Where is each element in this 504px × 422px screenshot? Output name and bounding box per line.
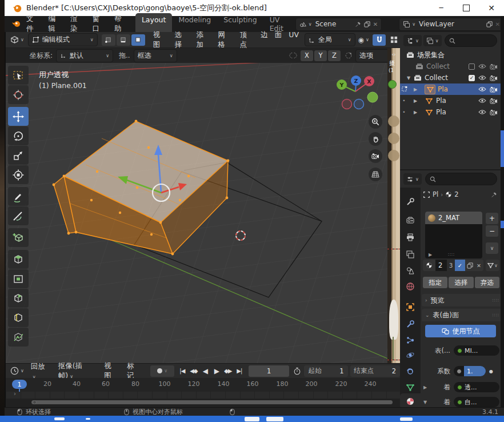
strip-zoom-icon[interactable] <box>388 116 399 127</box>
tool-annotate[interactable] <box>8 187 29 206</box>
menu-playback[interactable]: 回放∨ <box>26 362 54 380</box>
blender-menu-icon[interactable] <box>11 20 22 28</box>
stopwatch-icon[interactable] <box>293 367 301 375</box>
current-frame-field[interactable]: 1 <box>249 365 290 377</box>
tab-scene[interactable] <box>400 263 421 278</box>
maximize-button[interactable] <box>454 0 479 16</box>
jump-start-button[interactable]: |◀ <box>177 365 188 377</box>
menu-uv[interactable]: UV <box>285 30 302 50</box>
ortho-toggle-button[interactable] <box>369 168 382 181</box>
outliner-row-collection-1[interactable]: Collect <box>400 61 501 72</box>
select-mode-vertex[interactable] <box>102 34 115 46</box>
play-button[interactable]: ▶ <box>211 365 222 377</box>
timeline-editor-type[interactable]: ∨ <box>10 367 24 375</box>
pin-icon[interactable] <box>355 21 361 27</box>
use-nodes-button[interactable]: 使用节点 <box>425 325 496 337</box>
unlink-scene-icon[interactable]: ✕ <box>373 21 378 27</box>
unlink-material-button[interactable]: ✕ <box>474 260 483 271</box>
tab-modifiers[interactable] <box>400 317 421 332</box>
material-name-field[interactable]: 2 <box>435 260 447 271</box>
hide-eye-icon[interactable] <box>478 86 486 92</box>
mirror-x-button[interactable]: X <box>301 50 313 61</box>
panel-grip[interactable]: ∷∷ <box>493 313 499 318</box>
timeline-ruler[interactable]: 20 40 60 80 100 120 140 160 180 200 220 … <box>6 378 400 392</box>
new-viewlayer-icon[interactable] <box>486 21 493 27</box>
panel-grip[interactable]: ∷∷ <box>493 298 499 303</box>
material-specials-button[interactable]: ∨ <box>486 260 499 271</box>
frame-start-field[interactable]: 起始 1 <box>304 365 347 377</box>
hide-eye-icon[interactable] <box>478 75 486 81</box>
select-button[interactable]: 选择 <box>449 277 473 288</box>
render-camera-icon[interactable] <box>490 75 498 81</box>
outliner-row-object-2[interactable]: • ▶ Pla <box>400 95 501 106</box>
frame-end-field[interactable]: 结束点 2 <box>350 365 400 377</box>
viewlayer-selector[interactable]: ∨ ViewLayer ✕ <box>399 18 504 31</box>
select-mode-edge[interactable] <box>117 34 130 46</box>
outliner-filter[interactable]: ∨ <box>423 35 442 46</box>
editor-type-button[interactable]: ∨ <box>10 35 24 44</box>
tool-loop-cut[interactable] <box>8 308 29 327</box>
tab-view-layer[interactable] <box>400 247 421 262</box>
expand-arrow-icon[interactable]: ▶ <box>408 110 420 115</box>
hide-eye-icon[interactable] <box>478 98 486 103</box>
close-button[interactable]: ✕ <box>479 0 504 16</box>
snap-with-dropdown[interactable] <box>387 36 400 43</box>
tab-world[interactable] <box>400 279 421 294</box>
menu-render[interactable]: 渲染 <box>66 14 88 34</box>
shader1-socket[interactable]: 透... <box>454 382 499 392</box>
tool-scale[interactable] <box>8 146 29 165</box>
channel-expand-arrow[interactable]: › <box>14 391 16 397</box>
menu-vertex[interactable]: 顶点 <box>235 30 257 50</box>
new-scene-icon[interactable] <box>364 21 370 27</box>
auto-key-button[interactable]: ∨ <box>150 365 174 377</box>
viewport-3d[interactable]: Z X Y 用户透视 (1) Plane.001 <box>6 63 387 363</box>
outliner-row-collection-2[interactable]: ▼ Collect ✓ <box>400 72 501 83</box>
menu-view[interactable]: 视图 <box>149 30 171 50</box>
menu-window[interactable]: 窗口 <box>88 14 110 34</box>
tool-measure[interactable] <box>8 206 29 225</box>
minimize-button[interactable]: ─ <box>429 0 454 16</box>
tool-rotate[interactable] <box>8 126 29 145</box>
factor-slider[interactable]: 1. <box>454 366 486 376</box>
zoom-button[interactable] <box>369 115 382 129</box>
playhead-marker[interactable]: 1 <box>12 380 27 389</box>
tab-render[interactable] <box>400 213 421 228</box>
menu-select[interactable]: 选择 <box>171 30 193 50</box>
axis-gizmo[interactable]: Z X Y <box>337 75 378 109</box>
tool-knife[interactable] <box>8 328 29 347</box>
collapse-arrow-icon[interactable]: ▼ <box>422 400 429 405</box>
tool-move[interactable] <box>8 107 29 126</box>
outliner-row-scene-collection[interactable]: 场景集合 <box>400 49 501 61</box>
tool-cursor[interactable] <box>8 85 29 104</box>
timeline-hscrollbar[interactable] <box>31 400 393 404</box>
tab-object[interactable] <box>400 300 421 314</box>
breadcrumb-material[interactable]: 2 <box>454 190 458 198</box>
menu-add[interactable]: 添加 <box>193 30 214 50</box>
select-tool-dropdown[interactable]: 框选∨ <box>134 49 177 62</box>
add-slot-button[interactable]: + <box>486 213 498 224</box>
scene-selector[interactable]: ∨ Scene ✕ <box>295 18 382 31</box>
pin-icon[interactable] <box>491 192 497 198</box>
tab-output[interactable] <box>400 230 421 245</box>
outliner-display-mode[interactable]: ∨ <box>403 35 422 46</box>
mirror-z-button[interactable]: Z <box>328 50 341 61</box>
deselect-button[interactable]: 弃选 <box>475 277 499 288</box>
tab-constraints[interactable] <box>400 364 421 379</box>
orient-dropdown[interactable]: 默认∨ <box>56 49 113 62</box>
mirror-y-button[interactable]: Y <box>314 50 327 61</box>
tab-material[interactable] <box>400 394 421 407</box>
render-camera-icon[interactable] <box>490 98 498 104</box>
tab-tool[interactable] <box>400 194 421 209</box>
mode-dropdown[interactable]: 编辑模式 ∨ <box>28 33 98 46</box>
render-camera-icon[interactable] <box>490 86 498 93</box>
assign-button[interactable]: 指定 <box>423 277 447 288</box>
render-camera-icon[interactable] <box>490 109 498 116</box>
tool-add-cube[interactable] <box>8 228 29 247</box>
strip-camera-icon[interactable] <box>388 150 399 161</box>
remove-viewlayer-icon[interactable]: ✕ <box>495 21 500 27</box>
exclude-checkbox[interactable] <box>469 63 475 70</box>
expand-arrow-icon[interactable]: ▶ <box>408 87 420 92</box>
expand-arrow-icon[interactable]: ▶ <box>408 98 420 103</box>
orientation-dropdown[interactable]: 全局∨ <box>305 33 355 46</box>
hide-eye-icon[interactable] <box>478 109 486 115</box>
